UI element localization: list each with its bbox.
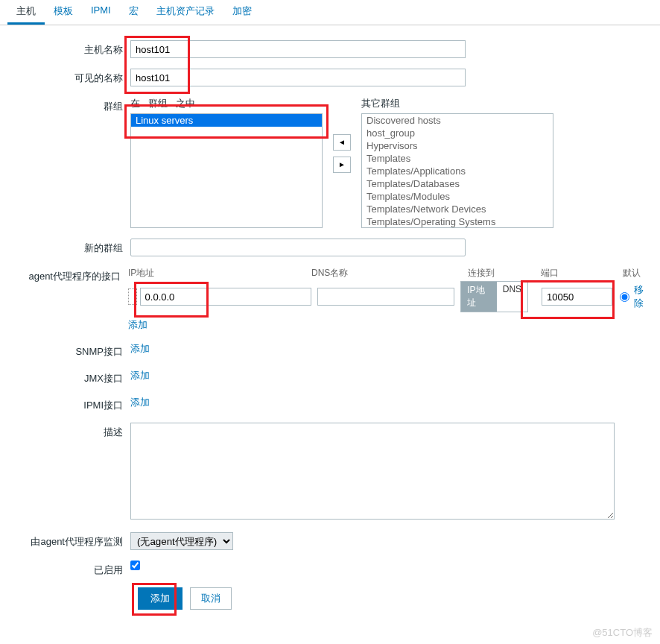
label-agent-iface: agent代理程序的接口 [7,267,128,283]
add-snmp-iface-link[interactable]: 添加 [130,343,150,354]
tab-templates[interactable]: 模板 [45,0,82,25]
label-monitored-by: 由agent代理程序监测 [7,532,130,549]
cancel-button[interactable]: 取消 [190,587,232,610]
hostname-input[interactable] [130,40,466,58]
label-ipmi-iface: IPMI接口 [7,396,130,412]
visible-name-input[interactable] [130,69,466,86]
tab-bar: 主机 模板 IPMI 宏 主机资产记录 加密 [0,0,660,25]
group-item-selected[interactable]: Linux servers [131,114,322,127]
tab-inventory[interactable]: 主机资产记录 [147,0,223,25]
label-jmx-iface: JMX接口 [7,369,130,385]
label-hostname: 主机名称 [7,40,130,57]
group-item[interactable]: Templates/Databases [362,177,553,190]
submit-button[interactable]: 添加 [138,587,183,610]
move-right-button[interactable]: ► [333,157,351,173]
group-item[interactable]: Discovered hosts [362,114,553,127]
description-textarea[interactable] [130,423,615,520]
label-groups: 群组 [7,97,130,113]
group-item[interactable]: Templates/Operating Systems [362,215,553,228]
group-item[interactable]: host_group [362,127,553,139]
agent-ip-input[interactable] [140,288,311,306]
group-item[interactable]: Templates/Modules [362,190,553,203]
tab-macros[interactable]: 宏 [120,0,147,25]
group-item[interactable]: Templates/Network Devices [362,203,553,215]
add-ipmi-iface-link[interactable]: 添加 [130,397,150,408]
add-jmx-iface-link[interactable]: 添加 [130,370,150,381]
agent-dns-input[interactable] [317,288,455,306]
label-new-group: 新的群组 [7,239,130,255]
move-left-button[interactable]: ◄ [333,134,351,151]
remove-iface-link[interactable]: 移除 [634,283,653,310]
connect-dns-toggle[interactable]: DNS [497,282,527,312]
agent-port-input[interactable] [542,288,612,306]
col-default-header: 默认 [623,267,653,280]
in-group-listbox[interactable]: Linux servers [130,113,323,228]
drag-handle-icon[interactable] [128,288,137,305]
group-item[interactable]: Templates/Applications [362,165,553,177]
label-visible-name: 可见的名称 [7,69,130,85]
new-group-input[interactable] [130,239,466,256]
group-item[interactable]: Templates [362,152,553,165]
label-other-groups: 其它群组 [361,97,553,110]
default-iface-radio[interactable] [620,292,629,302]
col-port-header: 端口 [541,267,615,280]
col-dns-header: DNS名称 [311,267,462,280]
enabled-checkbox[interactable] [130,561,140,570]
label-snmp-iface: SNMP接口 [7,342,130,359]
group-item[interactable]: Hypervisors [362,139,553,152]
other-groups-listbox[interactable]: Discovered hosts host_group Hypervisors … [361,113,553,228]
tab-host[interactable]: 主机 [7,0,45,25]
add-agent-iface-link[interactable]: 添加 [128,319,147,330]
label-enabled: 已启用 [7,561,130,577]
connect-ip-toggle[interactable]: IP地址 [461,282,497,312]
label-in-group: 在...群组...之中 [130,97,323,110]
proxy-select[interactable]: (无agent代理程序) [130,532,233,550]
connect-to-toggle: IP地址 DNS [460,281,528,312]
col-connect-header: 连接到 [468,267,527,280]
tab-encryption[interactable]: 加密 [223,0,261,25]
label-description: 描述 [7,423,130,439]
tab-ipmi[interactable]: IPMI [82,0,120,25]
col-ip-header: IP地址 [128,267,304,280]
